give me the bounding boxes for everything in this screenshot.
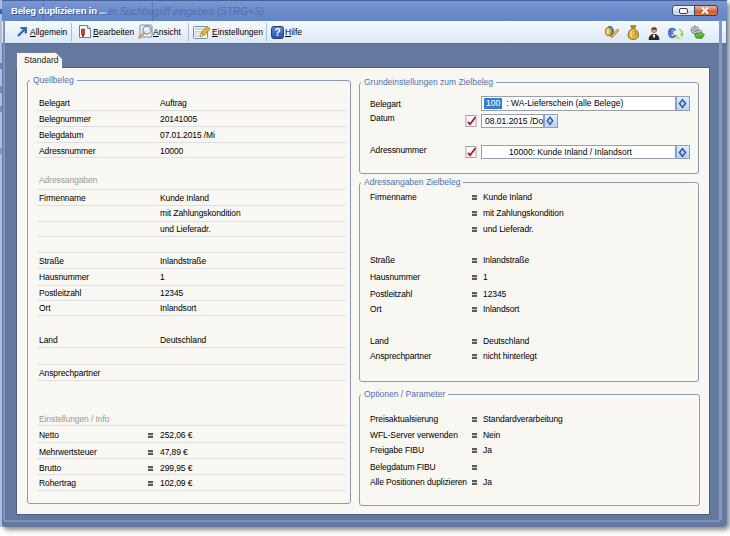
- svg-text:€: €: [668, 25, 677, 40]
